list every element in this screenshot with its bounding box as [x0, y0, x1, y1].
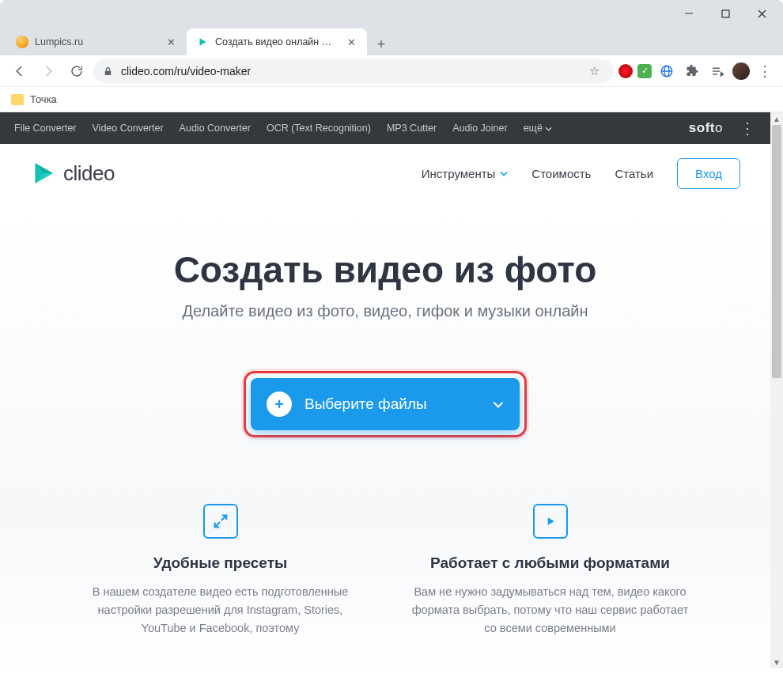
feature-desc: Вам не нужно задумываться над тем, видео… [401, 583, 699, 638]
chrome-menu-button[interactable]: ⋮ [755, 61, 775, 81]
extension-row: ✓ ⋮ [618, 61, 775, 81]
chevron-down-icon [500, 171, 508, 176]
new-tab-button[interactable]: + [370, 33, 392, 55]
svg-marker-12 [721, 72, 724, 76]
lock-icon [103, 66, 113, 77]
upload-button-highlight: + Выберите файлы [244, 371, 527, 437]
extension-globe-icon[interactable] [656, 61, 677, 81]
features-row: Удобные пресеты В нашем создателе видео … [16, 504, 755, 654]
svg-rect-1 [722, 10, 729, 17]
extension-opera-icon[interactable] [618, 64, 633, 78]
window-close-button[interactable] [743, 2, 780, 25]
url-text: clideo.com/ru/video-maker [121, 65, 251, 78]
window-minimize-button[interactable] [671, 2, 707, 25]
tab-strip: Lumpics.ru ✕ Создать видео онлайн — Сдел… [0, 27, 783, 55]
scroll-down-arrow[interactable]: ▼ [770, 656, 783, 668]
scrollbar-thumb[interactable] [772, 125, 781, 378]
softo-brand[interactable]: softo [689, 120, 723, 136]
svg-marker-18 [547, 517, 554, 524]
nav-tools[interactable]: Инструменты [422, 167, 509, 180]
chevron-down-icon[interactable] [493, 401, 504, 408]
scroll-up-arrow[interactable]: ▲ [770, 112, 783, 125]
choose-files-button[interactable]: + Выберите файлы [251, 378, 520, 430]
site-header: clideo Инструменты Стоимость Статьи Вход [0, 144, 770, 202]
hero-section: Создать видео из фото Делайте видео из ф… [0, 202, 770, 668]
site-nav: Инструменты Стоимость Статьи Вход [422, 158, 740, 189]
hero-subtitle: Делайте видео из фото, видео, гифок и му… [16, 302, 755, 320]
tab-close-icon[interactable]: ✕ [345, 36, 357, 48]
extensions-button[interactable] [682, 61, 702, 81]
browser-chrome: Lumpics.ru ✕ Создать видео онлайн — Сдел… [0, 0, 783, 55]
site-logo[interactable]: clideo [30, 161, 115, 186]
expand-icon [203, 504, 238, 539]
scrollbar-track[interactable]: ▲ ▼ [770, 112, 783, 668]
address-bar-row: clideo.com/ru/video-maker ☆ ✓ ⋮ [0, 55, 783, 87]
feature-desc: В нашем создателе видео есть подготовлен… [71, 583, 369, 638]
favicon-clideo [196, 36, 209, 48]
favicon-lumpics [16, 36, 28, 48]
hero-title: Создать видео из фото [16, 248, 755, 291]
util-more[interactable]: ещё [524, 123, 553, 134]
clideo-logo-icon [30, 161, 55, 186]
upload-label: Выберите файлы [304, 395, 480, 413]
profile-avatar[interactable] [732, 62, 750, 80]
window-maximize-button[interactable] [707, 2, 743, 25]
folder-icon [11, 94, 24, 105]
feature-title: Работает с любыми форматами [401, 554, 699, 572]
util-audio-joiner[interactable]: Audio Joiner [452, 123, 508, 134]
feature-title: Удобные пресеты [71, 554, 369, 572]
bookmarks-bar: Точка [0, 87, 783, 112]
svg-marker-4 [200, 38, 206, 45]
window-titlebar [0, 0, 783, 27]
page-viewport: ▲ ▼ File Converter Video Converter Audio… [0, 112, 783, 668]
address-bar[interactable]: clideo.com/ru/video-maker ☆ [93, 59, 614, 83]
util-file-converter[interactable]: File Converter [14, 123, 77, 134]
tab-title: Создать видео онлайн — Сдела [215, 36, 339, 47]
util-audio-converter[interactable]: Audio Converter [180, 123, 251, 134]
tab-close-icon[interactable]: ✕ [165, 36, 177, 48]
nav-pricing[interactable]: Стоимость [531, 167, 591, 180]
play-icon [533, 504, 568, 539]
util-video-converter[interactable]: Video Converter [93, 123, 164, 134]
browser-tab-1[interactable]: Lumpics.ru ✕ [6, 28, 187, 55]
reload-button[interactable] [65, 59, 89, 83]
bookmark-star-icon[interactable]: ☆ [584, 61, 604, 81]
tab-title: Lumpics.ru [35, 36, 158, 47]
logo-text: clideo [63, 161, 115, 186]
nav-articles[interactable]: Статьи [615, 167, 653, 180]
login-button[interactable]: Вход [677, 158, 740, 189]
extension-check-icon[interactable]: ✓ [637, 64, 652, 78]
bookmark-item[interactable]: Точка [30, 93, 57, 105]
util-mp3-cutter[interactable]: MP3 Cutter [387, 123, 437, 134]
svg-rect-5 [105, 70, 112, 74]
feature-formats: Работает с любыми форматами Вам не нужно… [401, 504, 699, 638]
forward-button[interactable] [36, 59, 60, 83]
util-ocr[interactable]: OCR (Text Recognition) [267, 123, 371, 134]
utility-bar: File Converter Video Converter Audio Con… [0, 112, 770, 144]
browser-tab-2[interactable]: Создать видео онлайн — Сдела ✕ [187, 28, 367, 55]
feature-presets: Удобные пресеты В нашем создателе видео … [71, 504, 369, 638]
plus-icon: + [267, 392, 292, 417]
media-control-icon[interactable] [707, 61, 728, 81]
util-menu-icon[interactable]: ⋮ [739, 124, 756, 132]
back-button[interactable] [8, 59, 32, 83]
